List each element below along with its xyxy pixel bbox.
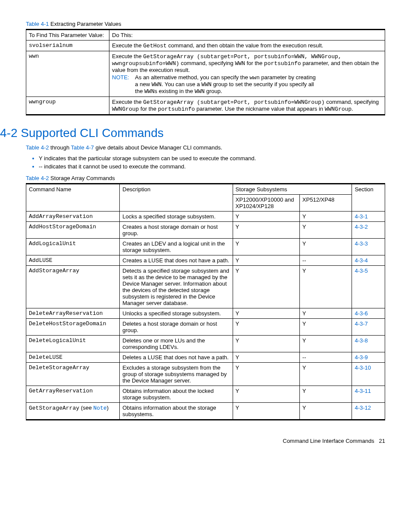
- cmd-section[interactable]: 4-3-2: [352, 222, 385, 239]
- cmd-desc: Deletes a LUSE that does not have a path…: [120, 352, 233, 363]
- cmd-sub2: --: [299, 255, 352, 266]
- t41-r1-do: Execute the GetHost command, and then ob…: [109, 40, 385, 51]
- t41-r1-param: svolserialnum: [26, 40, 109, 51]
- cmd-desc: Creates an LDEV and a logical unit in th…: [120, 239, 233, 255]
- table-4-2-caption: Table 4-2 Storage Array Commands: [26, 175, 385, 181]
- t42-h-desc: Description: [120, 184, 233, 212]
- legend-list: Y indicates that the particular storage …: [39, 155, 385, 170]
- cmd-name: AddLogicalUnit: [26, 239, 120, 255]
- cmd-sub1: Y: [233, 255, 299, 266]
- cmd-desc: Unlocks a specified storage subsystem.: [120, 308, 233, 319]
- table-4-2-link[interactable]: Table 4-2: [26, 175, 49, 181]
- cmd-name: AddArrayReservation: [26, 212, 120, 222]
- section-heading: 4-2 Supported CLI Commands: [0, 126, 385, 140]
- page-footer: Command Line Interface Commands 21: [26, 438, 385, 444]
- cmd-desc: Obtains information about the locked sto…: [120, 386, 233, 403]
- cmd-sub2: Y: [299, 239, 352, 255]
- t42-h-sub1: XP12000/XP10000 and XP1024/XP128: [233, 195, 299, 212]
- cmd-sub1: Y: [233, 266, 299, 308]
- cmd-sub2: Y: [299, 308, 352, 319]
- table-row: DeleteArrayReservationUnlocks a specifie…: [26, 308, 385, 319]
- table-row: GetStorageArray (see Note)Obtains inform…: [26, 403, 385, 420]
- table-4-1-title: Extracting Parameter Values: [49, 21, 121, 27]
- cmd-sub2: --: [299, 352, 352, 363]
- cmd-sub2: Y: [299, 363, 352, 386]
- cmd-section[interactable]: 4-3-1: [352, 212, 385, 222]
- link-table-4-7[interactable]: Table 4-7: [71, 144, 94, 151]
- cmd-desc: Locks a specified storage subsystem.: [120, 212, 233, 222]
- t41-header-param: To Find This Parameter Value:: [26, 30, 109, 40]
- table-4-1-link[interactable]: Table 4-1: [26, 21, 49, 27]
- cmd-name: AddLUSE: [26, 255, 120, 266]
- table-row: DeleteHostStorageDomainDeletes a host st…: [26, 319, 385, 336]
- cmd-section[interactable]: 4-3-7: [352, 319, 385, 336]
- cmd-desc: Obtains information about the storage su…: [120, 403, 233, 420]
- cmd-sub2: Y: [299, 386, 352, 403]
- cmd-sub1: Y: [233, 336, 299, 352]
- cmd-desc: Excludes a storage subsystem from the gr…: [120, 363, 233, 386]
- cmd-sub1: Y: [233, 386, 299, 403]
- cmd-sub1: Y: [233, 239, 299, 255]
- cmd-desc: Deletes a host storage domain or host gr…: [120, 319, 233, 336]
- cmd-section[interactable]: 4-3-5: [352, 266, 385, 308]
- t42-h-sub: Storage Subsystems: [233, 184, 352, 195]
- table-row: DeleteLogicalUnitDeletes one or more LUs…: [26, 336, 385, 352]
- cmd-desc: Detects a specified storage subsystem an…: [120, 266, 233, 308]
- table-row: AddStorageArrayDetects a specified stora…: [26, 266, 385, 308]
- cmd-sub2: Y: [299, 319, 352, 336]
- t41-header-do: Do This:: [109, 30, 385, 40]
- table-4-1-caption: Table 4-1 Extracting Parameter Values: [26, 21, 385, 27]
- cmd-sub1: Y: [233, 403, 299, 420]
- table-4-2-title: Storage Array Commands: [49, 175, 115, 181]
- cmd-name: GetArrayReservation: [26, 386, 120, 403]
- legend-dash: -- indicates that it cannot be used to e…: [39, 163, 385, 170]
- t42-h-sec: Section: [352, 184, 385, 212]
- cmd-sub1: Y: [233, 222, 299, 239]
- cmd-sub1: Y: [233, 212, 299, 222]
- cmd-section[interactable]: 4-3-4: [352, 255, 385, 266]
- t41-r3-do: Execute the GetStorageArray (subtarget=P…: [109, 97, 385, 115]
- cmd-name: DeleteLUSE: [26, 352, 120, 363]
- cmd-name: AddHostStorageDomain: [26, 222, 120, 239]
- cmd-section[interactable]: 4-3-12: [352, 403, 385, 420]
- table-row: DeleteLUSEDeletes a LUSE that does not h…: [26, 352, 385, 363]
- table-row: DeleteStorageArrayExcludes a storage sub…: [26, 363, 385, 386]
- cmd-section[interactable]: 4-3-9: [352, 352, 385, 363]
- cmd-desc: Creates a LUSE that does not have a path…: [120, 255, 233, 266]
- cmd-section[interactable]: 4-3-8: [352, 336, 385, 352]
- cmd-name: GetStorageArray (see Note): [26, 403, 120, 420]
- cmd-sub1: Y: [233, 319, 299, 336]
- cmd-name: DeleteHostStorageDomain: [26, 319, 120, 336]
- cmd-section[interactable]: 4-3-11: [352, 386, 385, 403]
- cmd-desc: Creates a host storage domain or host gr…: [120, 222, 233, 239]
- cmd-name: DeleteStorageArray: [26, 363, 120, 386]
- table-row: AddLUSECreates a LUSE that does not have…: [26, 255, 385, 266]
- cmd-sub2: Y: [299, 222, 352, 239]
- note-link[interactable]: Note: [93, 405, 107, 411]
- cmd-sub2: Y: [299, 336, 352, 352]
- cmd-sub2: Y: [299, 266, 352, 308]
- link-table-4-2[interactable]: Table 4-2: [26, 144, 49, 151]
- cmd-desc: Deletes one or more LUs and the correspo…: [120, 336, 233, 352]
- cmd-section[interactable]: 4-3-10: [352, 363, 385, 386]
- table-4-1: To Find This Parameter Value: Do This: s…: [26, 29, 385, 115]
- cmd-name: DeleteArrayReservation: [26, 308, 120, 319]
- cmd-sub1: Y: [233, 308, 299, 319]
- legend-y: Y indicates that the particular storage …: [39, 155, 385, 162]
- t41-r2-param: wwn: [26, 51, 109, 97]
- t41-r2-do: Execute the GetStorageArray (subtarget=P…: [109, 51, 385, 97]
- table-4-2: Command Name Description Storage Subsyst…: [26, 183, 385, 420]
- cmd-sub2: Y: [299, 403, 352, 420]
- intro-paragraph: Table 4-2 through Table 4-7 give details…: [26, 144, 385, 151]
- cmd-sub1: Y: [233, 352, 299, 363]
- table-row: AddHostStorageDomainCreates a host stora…: [26, 222, 385, 239]
- t41-r3-param: wwngroup: [26, 97, 109, 115]
- t42-h-cmd: Command Name: [26, 184, 120, 212]
- table-row: AddLogicalUnitCreates an LDEV and a logi…: [26, 239, 385, 255]
- cmd-section[interactable]: 4-3-3: [352, 239, 385, 255]
- cmd-name: DeleteLogicalUnit: [26, 336, 120, 352]
- table-row: AddArrayReservationLocks a specified sto…: [26, 212, 385, 222]
- t42-h-sub2: XP512/XP48: [299, 195, 352, 212]
- cmd-section[interactable]: 4-3-6: [352, 308, 385, 319]
- note-label: NOTE:: [112, 74, 129, 81]
